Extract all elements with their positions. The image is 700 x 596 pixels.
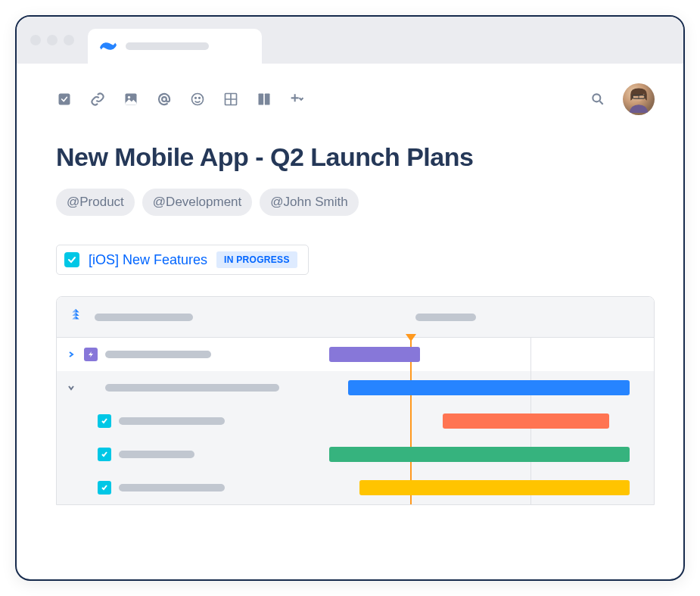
page-title[interactable]: New Mobile App - Q2 Launch Plans [56,142,655,172]
emoji-icon[interactable] [189,91,206,108]
timeline-bar[interactable] [443,413,609,429]
roadmap-row[interactable] [57,404,654,438]
titlebar [17,17,683,64]
jira-icon [67,307,84,327]
app-window: New Mobile App - Q2 Launch Plans @Produc… [15,15,685,581]
tag[interactable]: @Development [142,189,252,216]
layout-icon[interactable] [256,91,272,108]
roadmap-body [57,338,654,504]
timeline-bar[interactable] [359,480,630,495]
svg-rect-11 [265,94,270,105]
svg-point-14 [593,94,600,101]
chevron-right-icon[interactable] [66,349,76,360]
svg-line-15 [600,101,603,105]
task-checkbox-icon [98,481,111,495]
tag[interactable]: @John Smith [260,189,358,216]
timeline-bar[interactable] [329,447,630,462]
tab-label-placeholder [126,42,209,50]
traffic-lights [30,35,74,45]
svg-point-4 [192,94,204,105]
tag[interactable]: @Product [56,189,135,216]
task-checkbox-icon [98,448,111,461]
item-placeholder [119,451,194,458]
link-icon[interactable] [89,91,106,108]
roadmap-panel [56,296,655,505]
task-checkbox-icon [98,414,111,428]
epic-icon [84,348,98,361]
status-badge: IN PROGRESS [216,251,297,268]
page-content: New Mobile App - Q2 Launch Plans @Produc… [17,64,683,505]
svg-point-5 [195,98,197,99]
traffic-dot [30,35,41,45]
traffic-dot [47,35,58,45]
table-icon[interactable] [222,91,239,108]
action-item-icon[interactable] [56,91,73,108]
task-type-icon [64,252,79,267]
issue-title: [iOS] New Features [89,252,207,268]
timeline-bar[interactable] [329,347,420,362]
browser-tab[interactable] [88,29,262,64]
confluence-icon [100,38,117,55]
svg-rect-0 [59,94,70,105]
item-placeholder [119,484,225,491]
header-placeholder [415,314,476,321]
timeline-bar[interactable] [348,380,630,395]
grid-line [530,338,531,371]
header-placeholder [95,314,193,321]
roadmap-row[interactable] [57,371,654,404]
avatar[interactable] [623,83,655,115]
chevron-down-icon[interactable] [66,382,76,393]
search-icon[interactable] [590,91,606,108]
editor-toolbar [56,83,655,115]
item-placeholder [105,384,279,392]
tags-row: @Product @Development @John Smith [56,189,655,216]
traffic-dot [64,35,74,45]
roadmap-header [57,297,654,338]
svg-rect-10 [259,94,264,105]
mention-icon[interactable] [156,91,173,108]
today-line [410,404,412,438]
svg-point-2 [128,96,130,98]
roadmap-row[interactable] [57,338,654,371]
roadmap-row[interactable] [57,471,654,504]
insert-more-icon[interactable] [289,91,306,108]
item-placeholder [119,417,225,425]
jira-issue-card[interactable]: [iOS] New Features IN PROGRESS [56,245,309,275]
item-placeholder [105,351,211,358]
svg-point-6 [199,98,201,99]
roadmap-row[interactable] [57,438,654,471]
image-icon[interactable] [123,91,139,108]
